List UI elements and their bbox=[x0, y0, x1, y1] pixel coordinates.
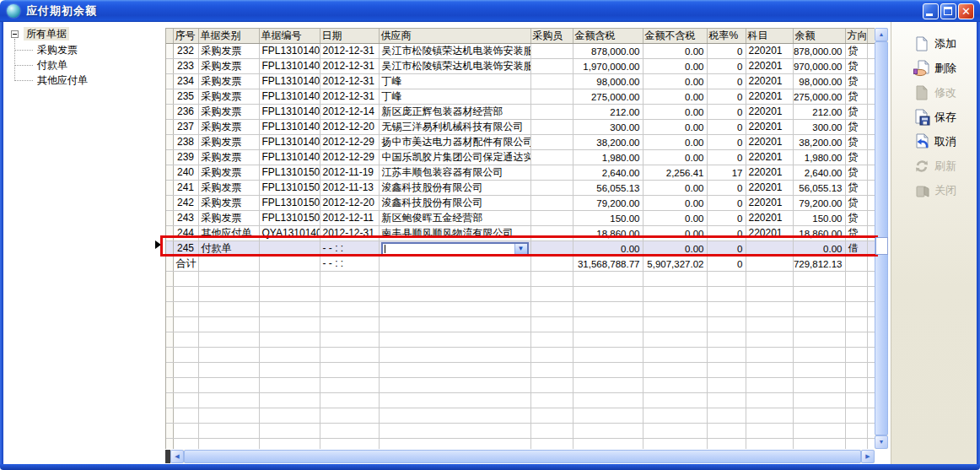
table-cell[interactable] bbox=[379, 287, 530, 302]
table-cell[interactable] bbox=[198, 287, 259, 302]
row-selector-cell[interactable] bbox=[166, 287, 173, 302]
table-cell[interactable]: 贷 bbox=[845, 150, 867, 165]
tree-root-all-documents[interactable]: 所有单据 bbox=[24, 27, 69, 41]
table-cell[interactable] bbox=[320, 393, 379, 408]
table-cell[interactable]: 南丰县顺风顺风物流有限公司 bbox=[379, 226, 530, 241]
table-cell[interactable]: QYA1310140 bbox=[259, 226, 320, 241]
table-cell[interactable] bbox=[379, 332, 530, 348]
table-cell[interactable] bbox=[259, 287, 320, 302]
supplier-combobox[interactable]: ▼ bbox=[381, 242, 529, 256]
table-cell[interactable]: 244 bbox=[173, 226, 198, 241]
table-cell[interactable]: 采购发票 bbox=[198, 150, 259, 165]
table-cell[interactable]: 2012-12-11 bbox=[320, 211, 379, 226]
table-cell[interactable] bbox=[746, 439, 793, 450]
horizontal-scrollbar[interactable]: ◀ ▶ bbox=[165, 450, 875, 463]
maximize-button[interactable] bbox=[940, 3, 956, 19]
table-cell[interactable] bbox=[379, 317, 530, 332]
table-cell[interactable]: 300.00 bbox=[573, 120, 643, 135]
row-selector-cell[interactable] bbox=[166, 105, 173, 120]
table-cell[interactable]: 2,640.00 bbox=[573, 165, 643, 181]
save-button[interactable]: 保存 bbox=[913, 107, 956, 127]
table-cell[interactable] bbox=[320, 363, 379, 378]
table-cell[interactable]: - - : : bbox=[320, 257, 379, 272]
table-cell[interactable]: 220201 bbox=[746, 74, 793, 89]
table-cell[interactable]: FPL1310140 bbox=[259, 120, 320, 135]
table-cell[interactable] bbox=[793, 348, 845, 363]
table-cell[interactable]: 0 bbox=[707, 89, 746, 105]
table-cell[interactable]: 贷 bbox=[845, 44, 867, 59]
table-cell[interactable] bbox=[530, 332, 573, 348]
table-cell[interactable]: 采购发票 bbox=[198, 105, 259, 120]
table-cell[interactable]: 220201 bbox=[746, 44, 793, 59]
table-cell[interactable]: FPL1310140 bbox=[259, 135, 320, 150]
row-selector-cell[interactable] bbox=[166, 165, 173, 181]
table-cell[interactable]: 5,907,327.02 bbox=[643, 257, 707, 272]
table-cell[interactable] bbox=[746, 272, 793, 287]
table-cell[interactable] bbox=[379, 257, 530, 272]
table-cell[interactable]: FPL1310140 bbox=[259, 105, 320, 120]
table-cell[interactable] bbox=[379, 363, 530, 378]
table-cell[interactable]: 275,000.00 bbox=[573, 89, 643, 105]
table-cell[interactable] bbox=[198, 332, 259, 348]
table-cell[interactable] bbox=[793, 287, 845, 302]
table-cell[interactable] bbox=[793, 302, 845, 317]
header-cell-0[interactable]: 序号 bbox=[173, 29, 198, 44]
table-cell[interactable] bbox=[793, 332, 845, 348]
table-cell[interactable] bbox=[746, 332, 793, 348]
close-button[interactable]: ✕ bbox=[958, 3, 974, 19]
supplier-combobox-input[interactable] bbox=[383, 244, 514, 254]
header-cell-3[interactable]: 日期 bbox=[320, 29, 379, 44]
table-cell[interactable]: 付款单 bbox=[198, 241, 259, 257]
table-cell[interactable] bbox=[173, 287, 198, 302]
table-cell[interactable] bbox=[573, 348, 643, 363]
table-cell[interactable]: 2012-12-29 bbox=[320, 150, 379, 165]
table-cell[interactable] bbox=[573, 287, 643, 302]
add-button[interactable]: 添加 bbox=[913, 34, 956, 54]
table-cell[interactable]: 220201 bbox=[746, 105, 793, 120]
table-cell[interactable]: 237 bbox=[173, 120, 198, 135]
table-cell[interactable] bbox=[746, 317, 793, 332]
table-cell[interactable]: 300.00 bbox=[793, 120, 845, 135]
table-cell[interactable]: 贷 bbox=[845, 105, 867, 120]
scroll-up-icon[interactable]: ▲ bbox=[875, 28, 888, 41]
table-cell[interactable] bbox=[746, 348, 793, 363]
row-selector-cell[interactable] bbox=[166, 378, 173, 393]
table-cell[interactable] bbox=[259, 363, 320, 378]
table-cell[interactable] bbox=[530, 44, 573, 59]
table-cell[interactable] bbox=[845, 348, 867, 363]
table-cell[interactable] bbox=[643, 439, 707, 450]
table-cell[interactable]: 220201 bbox=[746, 89, 793, 105]
table-cell[interactable] bbox=[173, 393, 198, 408]
table-cell[interactable]: 采购发票 bbox=[198, 74, 259, 89]
header-cell-8[interactable]: 税率% bbox=[707, 29, 746, 44]
table-cell[interactable]: 241 bbox=[173, 181, 198, 196]
table-cell[interactable]: 丁峰 bbox=[379, 74, 530, 89]
table-cell[interactable] bbox=[173, 408, 198, 424]
table-cell[interactable] bbox=[746, 393, 793, 408]
table-cell[interactable]: 合计 bbox=[173, 257, 198, 272]
table-cell[interactable]: 220201 bbox=[746, 59, 793, 74]
table-cell[interactable] bbox=[530, 196, 573, 211]
table-cell[interactable] bbox=[793, 317, 845, 332]
table-cell[interactable]: 无锡三洋易利机械科技有限公司 bbox=[379, 120, 530, 135]
table-cell[interactable] bbox=[530, 408, 573, 424]
table-cell[interactable]: 0 bbox=[707, 196, 746, 211]
table-cell[interactable] bbox=[643, 302, 707, 317]
row-selector-cell[interactable] bbox=[166, 408, 173, 424]
table-cell[interactable] bbox=[198, 272, 259, 287]
table-cell[interactable] bbox=[259, 393, 320, 408]
table-cell[interactable]: FPL1310150 bbox=[259, 181, 320, 196]
table-cell[interactable] bbox=[643, 378, 707, 393]
table-cell[interactable] bbox=[530, 59, 573, 74]
table-cell[interactable]: 79,200.00 bbox=[793, 196, 845, 211]
table-cell[interactable]: 150.00 bbox=[793, 211, 845, 226]
header-cell-5[interactable]: 采购员 bbox=[530, 29, 573, 44]
row-selector-cell[interactable] bbox=[166, 89, 173, 105]
table-cell[interactable]: 0 bbox=[707, 135, 746, 150]
table-cell[interactable]: 0.00 bbox=[643, 44, 707, 59]
table-cell[interactable] bbox=[793, 439, 845, 450]
table-cell[interactable] bbox=[320, 378, 379, 393]
table-cell[interactable]: 0.00 bbox=[643, 120, 707, 135]
table-cell[interactable] bbox=[259, 348, 320, 363]
table-cell[interactable]: 275,000.00 bbox=[793, 89, 845, 105]
